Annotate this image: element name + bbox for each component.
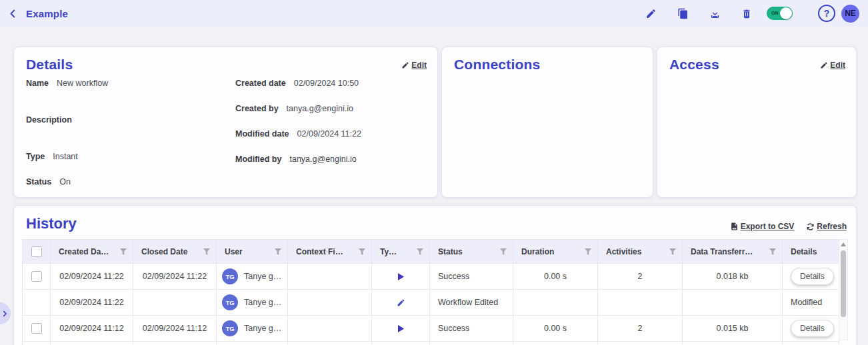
created-date-cell: 02/09/2024 11:22 [51, 264, 133, 290]
details-button[interactable]: Details [791, 320, 834, 337]
access-edit-link[interactable]: Edit [820, 61, 845, 70]
download-icon [709, 8, 721, 19]
details-edit-link[interactable]: Edit [401, 61, 427, 70]
closed-date-cell [133, 290, 217, 316]
filter-icon[interactable] [669, 248, 677, 256]
row-select-cell [23, 316, 51, 342]
filter-icon[interactable] [274, 248, 282, 256]
details-title: Details [26, 57, 73, 73]
type-cell [372, 290, 430, 316]
pencil-icon [820, 61, 828, 69]
user-avatar-badge: TG [222, 294, 238, 310]
closed-date-cell: 02/09/2024 11:22 [133, 264, 217, 290]
history-table: Created Da… Closed Date User Context Fi…… [22, 239, 848, 345]
col-activities[interactable]: Activities [598, 240, 683, 264]
filter-icon[interactable] [358, 248, 366, 256]
edit-button[interactable] [635, 8, 667, 19]
details-cell: Details [783, 264, 839, 290]
col-context[interactable]: Context Fi… [288, 240, 372, 264]
row-select-cell [23, 290, 51, 316]
history-panel: History csv Export to CSV Refresh [13, 205, 857, 345]
field-modified-by: Modified by tanya.g@engini.io [235, 155, 357, 164]
row-select-checkbox[interactable] [31, 323, 42, 334]
status-cell: Workflow Edited [430, 290, 513, 316]
field-created-date: Created date 02/09/2024 10:50 [235, 79, 359, 88]
col-data-transferred[interactable]: Data Transferr… [683, 240, 783, 264]
csv-file-icon: csv [730, 222, 739, 231]
table-scrollbar[interactable] [839, 239, 848, 340]
type-cell [372, 316, 430, 342]
connections-title: Connections [454, 57, 540, 73]
created-date-cell: 02/09/2024 11:12 [51, 316, 133, 342]
refresh-icon [806, 222, 815, 231]
table-header-row: Created Da… Closed Date User Context Fi…… [23, 240, 839, 264]
col-created-date[interactable]: Created Da… [51, 240, 133, 264]
workflow-on-toggle[interactable]: ON [767, 7, 793, 20]
field-modified-date: Modified date 02/09/2024 11:22 [235, 129, 361, 139]
delete-button[interactable] [731, 8, 763, 19]
duration-cell: 0.00 s [513, 316, 598, 342]
filter-icon[interactable] [769, 248, 777, 256]
user-avatar-badge: TG [222, 268, 238, 284]
data-transferred-cell [683, 290, 783, 316]
details-cell: Modified [783, 290, 839, 316]
col-closed-date[interactable]: Closed Date [133, 240, 217, 264]
activities-cell [598, 290, 683, 316]
row-select-checkbox[interactable] [31, 271, 42, 282]
select-all-checkbox[interactable] [31, 246, 42, 257]
download-button[interactable] [699, 8, 731, 19]
row-select-cell [23, 342, 51, 345]
scroll-up-icon[interactable] [841, 242, 846, 246]
data-transferred-cell: 0.018 kb [683, 264, 783, 290]
field-name: Name New workflow [26, 79, 108, 88]
duplicate-button[interactable] [667, 8, 699, 19]
select-all-cell [23, 240, 51, 264]
col-details: Details [783, 240, 839, 264]
filter-icon[interactable] [203, 248, 211, 256]
question-icon: ? [824, 8, 830, 19]
trash-icon [741, 8, 752, 19]
activities-cell: 2 [598, 316, 683, 342]
history-title: History [26, 215, 77, 232]
scrollbar-thumb[interactable] [841, 250, 846, 317]
user-avatar[interactable]: NE [841, 5, 859, 23]
refresh-link[interactable]: Refresh [806, 222, 847, 231]
col-status[interactable]: Status [430, 240, 513, 264]
access-title: Access [669, 57, 719, 73]
table-row: 02/09/2024 11:22 02/09/2024 11:22 TG Tan… [23, 264, 839, 290]
filter-icon[interactable] [499, 248, 507, 256]
play-icon [397, 324, 405, 333]
page-title: Example [26, 8, 68, 19]
filter-icon[interactable] [584, 248, 592, 256]
details-button[interactable]: Details [791, 268, 834, 285]
back-button[interactable] [8, 9, 18, 19]
col-user[interactable]: User [217, 240, 288, 264]
table-row [23, 342, 839, 345]
pencil-icon [401, 61, 409, 69]
user-cell: TG Tanye ge… [217, 290, 288, 316]
data-transferred-cell: 0.015 kb [683, 316, 783, 342]
chevron-right-icon [1, 310, 8, 317]
field-created-by: Created by tanya.g@engini.io [235, 104, 353, 113]
avatar-initials: NE [845, 9, 856, 18]
user-name: Tanye ge… [244, 272, 282, 281]
user-avatar-badge: TG [222, 320, 238, 336]
filter-icon[interactable] [416, 248, 424, 256]
help-button[interactable]: ? [818, 5, 835, 22]
user-name: Tanye ge… [244, 324, 282, 333]
user-cell: TG Tanye ge… [217, 316, 288, 342]
export-csv-link[interactable]: csv Export to CSV [730, 222, 795, 231]
context-cell [288, 316, 372, 342]
col-type[interactable]: Ty… [372, 240, 430, 264]
svg-text:csv: csv [733, 228, 736, 230]
pencil-icon [645, 8, 657, 19]
context-cell [288, 264, 372, 290]
closed-date-cell: 02/09/2024 11:12 [133, 316, 217, 342]
filter-icon[interactable] [119, 248, 127, 256]
field-type: Type Instant [26, 152, 78, 161]
details-panel: Details Edit Name New workflow Descripti… [13, 47, 438, 198]
side-widget-button[interactable] [0, 302, 11, 324]
col-duration[interactable]: Duration [513, 240, 598, 264]
table-row: 02/09/2024 11:22 TG Tanye ge… Workflow E… [23, 290, 839, 316]
pencil-icon [397, 298, 405, 307]
